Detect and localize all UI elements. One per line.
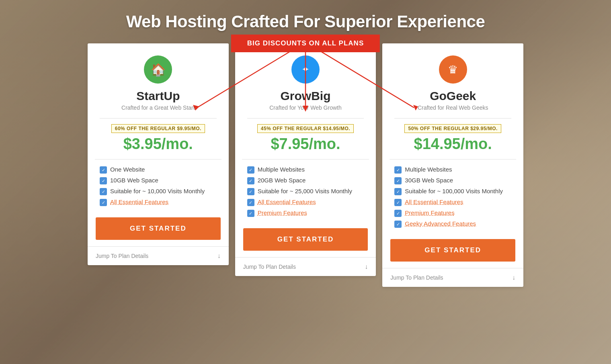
feature-gogeek-5: ✓ Premium Features <box>394 209 511 217</box>
jump-to-plan-growbig: Jump To Plan Details <box>243 264 296 270</box>
check-icon: ✓ <box>247 177 254 184</box>
plan-icon-startup: 🏠 <box>144 55 172 84</box>
check-icon: ✓ <box>394 166 402 174</box>
check-icon: ✓ <box>394 199 402 206</box>
jump-to-plan-gogeek: Jump To Plan Details <box>390 274 443 281</box>
check-icon: ✓ <box>394 210 402 217</box>
essential-features-link-gogeek[interactable]: All Essential Features <box>405 198 463 205</box>
check-icon: ✓ <box>247 188 254 195</box>
check-icon: ✓ <box>247 210 254 217</box>
get-started-button-startup[interactable]: GET STARTED <box>96 217 221 240</box>
check-icon: ✓ <box>247 199 254 206</box>
feature-startup-2: ✓ 10GB Web Space <box>100 177 217 184</box>
chevron-down-icon-startup: ↓ <box>217 252 221 260</box>
discount-tag-startup: 60% OFF THE REGULAR $9.95/MO. <box>111 124 205 133</box>
feature-gogeek-3: ✓ Suitable for ~ 100,000 Visits Monthly <box>394 188 511 195</box>
plan-name-growbig: GrowBig <box>281 89 331 103</box>
card-footer-gogeek[interactable]: Jump To Plan Details ↓ <box>382 268 523 287</box>
plan-name-gogeek: GoGeek <box>430 89 476 103</box>
feature-gogeek-4: ✓ All Essential Features <box>394 198 511 206</box>
check-icon: ✓ <box>100 166 107 174</box>
plan-price-startup: $3.95/mo. <box>123 135 193 153</box>
divider-gogeek <box>394 118 511 119</box>
chevron-down-icon-gogeek: ↓ <box>512 274 515 281</box>
feature-startup-4: ✓ All Essential Features <box>100 198 217 206</box>
plan-icon-gogeek: ♛ <box>439 55 467 84</box>
check-icon: ✓ <box>100 188 107 195</box>
feature-growbig-1: ✓ Multiple Websites <box>247 166 364 174</box>
discount-tag-growbig: 45% OFF THE REGULAR $14.95/MO. <box>257 124 354 133</box>
discount-banner: BIG DISCOUNTS ON ALL PLANS <box>231 35 380 52</box>
essential-features-link-startup[interactable]: All Essential Features <box>110 198 168 205</box>
plan-card-startup: 🏠 StartUp Crafted for a Great Web Start … <box>88 43 229 265</box>
feature-growbig-5: ✓ Premium Features <box>247 209 364 217</box>
feature-growbig-4: ✓ All Essential Features <box>247 198 364 206</box>
check-icon: ✓ <box>394 177 402 184</box>
plan-card-gogeek: ♛ GoGeek Crafted for Real Web Geeks 50% … <box>382 43 523 287</box>
feature-growbig-3: ✓ Suitable for ~ 25,000 Visits Monthly <box>247 188 364 195</box>
divider-growbig <box>247 118 364 119</box>
jump-to-plan-startup: Jump To Plan Details <box>96 253 148 259</box>
features-gogeek: ✓ Multiple Websites ✓ 30GB Web Space ✓ S… <box>382 166 523 231</box>
premium-features-link-gogeek[interactable]: Premium Features <box>405 209 454 216</box>
page-title: Web Hosting Crafted For Superior Experie… <box>126 12 485 31</box>
discount-tag-gogeek: 50% OFF THE REGULAR $29.95/MO. <box>404 124 501 133</box>
card-footer-growbig[interactable]: Jump To Plan Details ↓ <box>235 257 376 276</box>
check-icon: ✓ <box>394 188 402 195</box>
divider2-gogeek <box>390 159 517 160</box>
essential-features-link-growbig[interactable]: All Essential Features <box>258 198 316 205</box>
chevron-down-icon-growbig: ↓ <box>365 263 368 270</box>
plan-price-gogeek: $14.95/mo. <box>414 135 492 153</box>
plans-wrapper: BIG DISCOUNTS ON ALL PLANS 🏠 StartUp Cra… <box>84 43 527 287</box>
plan-subtitle-startup: Crafted for a Great Web Start <box>121 104 195 111</box>
feature-gogeek-2: ✓ 30GB Web Space <box>394 177 511 184</box>
premium-features-link-growbig[interactable]: Premium Features <box>258 209 307 216</box>
divider2-startup <box>95 159 222 160</box>
get-started-button-growbig[interactable]: GET STARTED <box>243 228 368 251</box>
feature-growbig-2: ✓ 20GB Web Space <box>247 177 364 184</box>
check-icon: ✓ <box>100 177 107 184</box>
plan-subtitle-gogeek: Crafted for Real Web Geeks <box>418 104 488 111</box>
feature-gogeek-1: ✓ Multiple Websites <box>394 166 511 174</box>
plan-price-growbig: $7.95/mo. <box>271 135 340 153</box>
get-started-button-gogeek[interactable]: GET STARTED <box>390 239 515 262</box>
features-startup: ✓ One Website ✓ 10GB Web Space ✓ Suitabl… <box>88 166 229 209</box>
feature-startup-3: ✓ Suitable for ~ 10,000 Visits Monthly <box>100 188 217 195</box>
check-icon: ✓ <box>100 199 107 206</box>
plan-icon-growbig: ✦ <box>291 55 320 84</box>
divider-startup <box>100 118 217 119</box>
check-icon: ✓ <box>394 221 402 228</box>
plan-name-startup: StartUp <box>136 89 180 103</box>
card-footer-startup[interactable]: Jump To Plan Details ↓ <box>88 246 229 265</box>
features-growbig: ✓ Multiple Websites ✓ 20GB Web Space ✓ S… <box>235 166 376 220</box>
plan-card-growbig: ✦ GrowBig Crafted for Your Web Growth 45… <box>235 43 376 276</box>
divider2-growbig <box>242 159 369 160</box>
card-top-growbig: ✦ GrowBig Crafted for Your Web Growth 45… <box>235 43 376 159</box>
check-icon: ✓ <box>247 166 254 174</box>
card-top-startup: 🏠 StartUp Crafted for a Great Web Start … <box>88 43 229 159</box>
card-top-gogeek: ♛ GoGeek Crafted for Real Web Geeks 50% … <box>382 43 523 159</box>
feature-gogeek-6: ✓ Geeky Advanced Features <box>394 220 511 228</box>
feature-startup-1: ✓ One Website <box>100 166 217 174</box>
geeky-advanced-features-link[interactable]: Geeky Advanced Features <box>405 220 476 227</box>
plan-subtitle-growbig: Crafted for Your Web Growth <box>269 104 342 111</box>
